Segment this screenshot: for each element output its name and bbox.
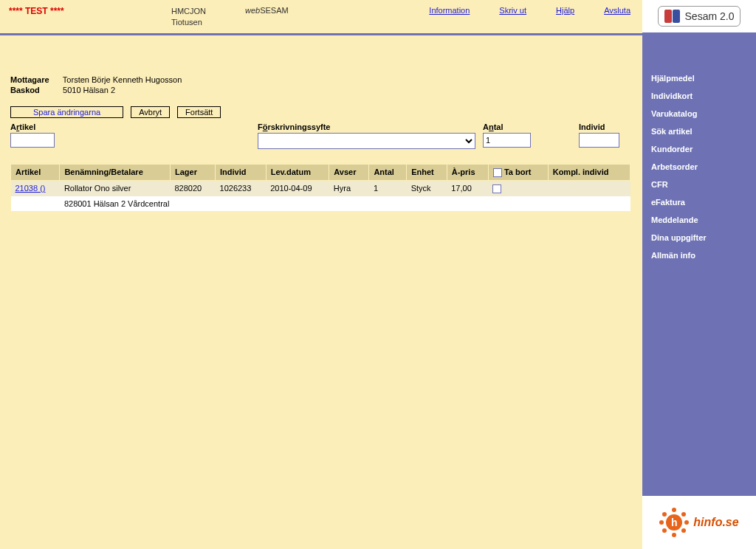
table-subrow: 828001 Hälsan 2 Vårdcentral [11,196,630,211]
footer-text: hinfo.se [693,516,738,529]
nav-arbetsorder[interactable]: Arbetsorder [651,158,747,176]
mottagare-label: Mottagare [10,75,61,84]
table-row: 21038 () Rollator Ono silver 828020 1026… [11,180,630,196]
cell-kompl [548,180,630,196]
th-lager: Lager [170,164,215,180]
topbar: **** TEST **** HMCJON Tiotusen webSESAM … [0,0,642,35]
mottagare-value: Torsten Börje Kenneth Hugosson [63,75,182,84]
th-levdatum: Lev.datum [266,164,329,180]
cell-levdatum: 2010-04-09 [266,180,329,196]
logo-box: Sesam 2.0 [642,0,756,32]
link-hjalp[interactable]: Hjälp [556,6,574,15]
link-skriv-ut[interactable]: Skriv ut [499,6,526,15]
individ-label: Individ [579,122,630,131]
nav-hjalpmedel[interactable]: Hjälpmedel [651,69,747,87]
nav-varukatalog[interactable]: Varukatalog [651,105,747,122]
syfte-label: Förskrivningssyfte [258,122,483,131]
individ-input[interactable] [579,133,619,148]
tabort-header-checkbox[interactable] [493,168,502,177]
th-individ: Individ [216,164,267,180]
nav-sok-artikel[interactable]: Sök artikel [651,122,747,140]
artikel-input[interactable] [10,133,55,148]
link-information[interactable]: Information [429,6,470,15]
nav-dina-uppgifter[interactable]: Dina uppgifter [651,229,747,246]
nav-kundorder[interactable]: Kundorder [651,140,747,158]
logo-icon [664,10,681,23]
tabort-checkbox[interactable] [492,184,501,193]
antal-input[interactable] [483,133,531,148]
th-antal: Antal [369,164,407,180]
artikel-link[interactable]: 21038 () [16,184,46,193]
cell-avser: Hyra [329,180,369,196]
antal-label: Antal [483,122,579,131]
footer-logo[interactable]: h hinfo.se [642,496,756,549]
user-info: HMCJON Tiotusen [171,6,245,29]
cell-individ: 1026233 [216,180,267,196]
cell-antal: 1 [369,180,407,196]
th-enhet: Enhet [407,164,447,180]
sidebar: Sesam 2.0 Hjälpmedel Individkort Varukat… [642,0,756,549]
nav-allman-info[interactable]: Allmän info [651,246,747,264]
link-avsluta[interactable]: Avsluta [604,6,630,15]
nav-individkort[interactable]: Individkort [651,87,747,105]
cell-enhet: Styck [407,180,447,196]
save-button[interactable]: Spara ändringarna [10,106,123,118]
nav-cfr[interactable]: CFR [651,176,747,193]
mottagare-row: Mottagare Torsten Börje Kenneth Hugosson [10,75,632,84]
top-links: Information Skriv ut Hjälp Avsluta [429,6,633,15]
th-kompl: Kompl. individ [548,164,630,180]
cell-apris: 17,00 [447,180,488,196]
app-name: webSESAM [245,6,289,15]
nav-efaktura[interactable]: eFaktura [651,193,747,211]
test-label: **** TEST **** [9,6,171,16]
th-tabort: Ta bort [488,164,548,180]
nav-meddelande[interactable]: Meddelande [651,211,747,229]
table-header-row: Artikel Benämning/Betalare Lager Individ… [11,164,630,180]
cell-benamning: Rollator Ono silver [60,180,171,196]
logo-text: Sesam 2.0 [685,10,735,22]
baskod-row: Baskod 5010 Hälsan 2 [10,86,632,94]
user-line1: HMCJON [171,6,245,17]
syfte-select[interactable] [258,133,475,149]
user-line2: Tiotusen [171,17,245,28]
cancel-button[interactable]: Avbryt [131,106,170,118]
subrow-text: 828001 Hälsan 2 Vårdcentral [60,196,630,211]
hinfo-icon: h [659,508,689,537]
continue-button[interactable]: Fortsätt [177,106,221,118]
nav-list: Hjälpmedel Individkort Varukatalog Sök a… [642,32,756,264]
cell-lager: 828020 [170,180,215,196]
data-table: Artikel Benämning/Betalare Lager Individ… [10,164,630,211]
baskod-label: Baskod [10,86,61,94]
th-avser: Avser [329,164,369,180]
baskod-value: 5010 Hälsan 2 [63,86,115,94]
artikel-label: Artikel [10,122,258,131]
th-artikel: Artikel [11,164,60,180]
th-benamning: Benämning/Betalare [60,164,171,180]
th-apris: À-pris [447,164,488,180]
